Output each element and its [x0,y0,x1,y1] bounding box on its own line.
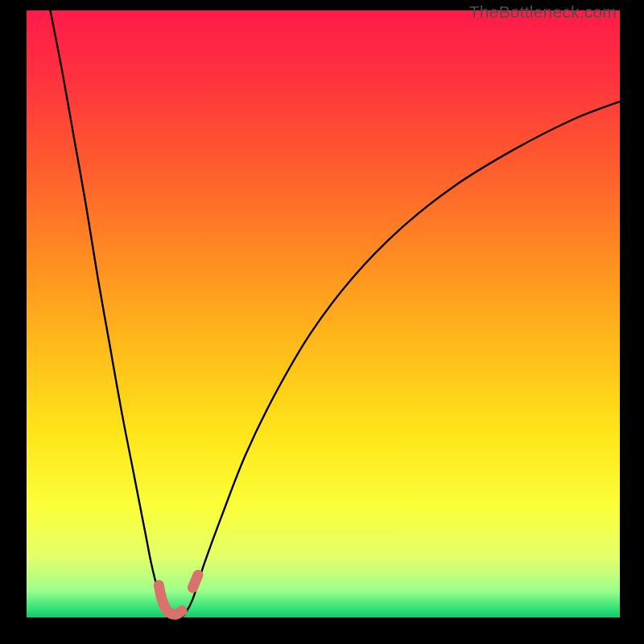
watermark-text: TheBottleneck.com [469,2,617,22]
chart-curves [27,10,620,617]
chart-stage: TheBottleneck.com [0,0,644,644]
highlight-valley-highlight-left [159,585,182,614]
curve-right-branch [185,101,620,613]
plot-area [27,10,620,617]
curve-left-branch [50,10,167,613]
highlight-valley-highlight-right-dot [192,575,198,588]
